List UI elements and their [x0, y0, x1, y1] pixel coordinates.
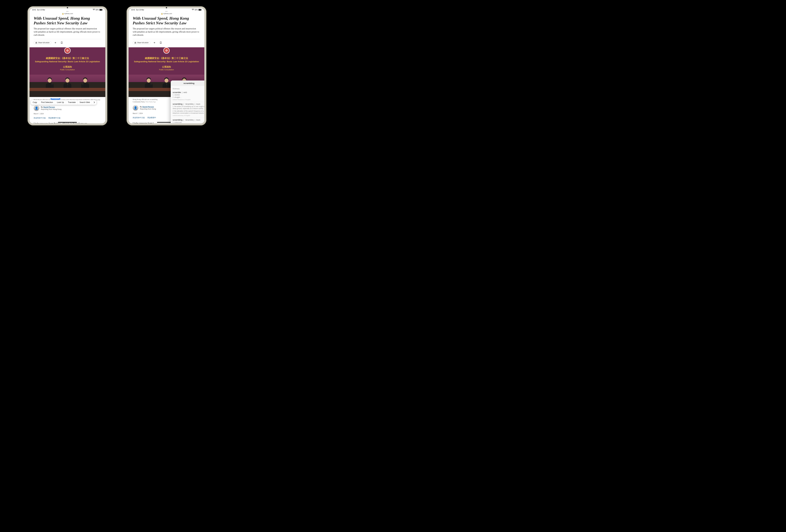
hero-en2: Public Consultation [29, 69, 105, 71]
lookup-entry[interactable]: scrambling | ˈskramblɪŋ | noun 1. the ac… [172, 102, 204, 118]
menu-translate[interactable]: Translate [66, 100, 78, 105]
language-links: 阅读简体中文版 · 閱讀繁體中文版 [33, 117, 101, 119]
menu-look-up[interactable]: Look Up [55, 100, 66, 105]
hero-cn2: 公眾諮詢 [29, 66, 105, 68]
article-actions: Share full article [133, 41, 200, 45]
svg-rect-2 [102, 9, 103, 10]
lookup-section-dictionary: Dictionary [172, 88, 204, 90]
gift-icon [36, 42, 37, 44]
author-link[interactable]: David Pierson [142, 106, 154, 108]
hero-cn1: 維護國家安全:《基本法》第二十三條立法 [129, 57, 204, 60]
screen-left: 10:41 Sun 10 Mar 92% ••• 🔒 nytimes.com W… [29, 8, 105, 123]
hero-cn2: 公眾諮詢 [129, 66, 204, 68]
mic-icon [166, 84, 167, 88]
article-content: With Unusual Speed, Hong Kong Pushes Str… [129, 15, 204, 123]
divider [133, 39, 200, 39]
share-full-article-button[interactable]: Share full article [133, 41, 150, 45]
menu-search-web[interactable]: Search Web [78, 100, 92, 105]
hero-en1: Safeguarding National Security: Basic La… [129, 60, 204, 63]
menu-copy[interactable]: Copy [31, 100, 39, 105]
figure-person [144, 78, 153, 89]
reporting-from: Reporting from Hong [140, 108, 156, 110]
multitask-dots[interactable]: ••• [129, 10, 204, 13]
lookup-popover: scrambling Dictionary scramble | verb 1.… [171, 80, 204, 123]
url-bar[interactable]: 🔒 nytimes.com [129, 13, 204, 15]
article-deck: The proposed law targets political offen… [133, 27, 200, 37]
multitask-dots[interactable]: ••• [29, 10, 105, 13]
hk-emblem-icon: ✿ [163, 47, 170, 54]
front-camera [166, 7, 167, 8]
lang-traditional-link[interactable]: 閱讀繁體中文版 [48, 117, 61, 119]
ipad-right: 10:41 Sun 10 Mar 92% ••• 🔒 nytimes.com W… [126, 6, 207, 125]
home-indicator[interactable] [58, 122, 77, 123]
share-label: Share full article [38, 42, 49, 44]
author-avatar: 👤 [133, 105, 138, 111]
gift-icon [134, 42, 136, 44]
share-label: Share full article [137, 42, 148, 44]
menu-more-arrow[interactable] [92, 100, 96, 105]
lookup-entry[interactable]: scramble | verb 1. clamber 2. struggle… … [172, 90, 204, 102]
article-actions: Share full article [33, 41, 101, 45]
author-link[interactable]: David Pierson [43, 106, 55, 108]
svg-rect-1 [100, 9, 102, 10]
lang-simplified-link[interactable]: 阅读简体中文版 [133, 117, 145, 118]
lock-icon: 🔒 [161, 13, 163, 15]
screen-right: 10:41 Sun 10 Mar 92% ••• 🔒 nytimes.com W… [129, 8, 204, 123]
figure-person [81, 78, 90, 89]
lang-traditional-link[interactable]: 閱讀繁體中 [147, 117, 156, 118]
desk [29, 88, 105, 91]
byline-block: 👤 By David Pierson Reporting from Hong K… [33, 105, 101, 111]
figure-person [45, 78, 54, 89]
share-button[interactable] [153, 41, 157, 45]
article-deck: The proposed law targets political offen… [33, 27, 101, 37]
bookmark-button[interactable] [159, 41, 163, 45]
hero-en1: Safeguarding National Security: Basic La… [29, 60, 105, 63]
article-headline: With Unusual Speed, Hong Kong Pushes Str… [133, 16, 200, 26]
lookup-title: scrambling [171, 80, 204, 86]
lookup-entry[interactable]: scrambling | ˈskramblɪŋ | noun 1. motocr… [172, 118, 204, 123]
text-selection-menu: Copy Find Selection Look Up Translate Se… [31, 100, 96, 105]
mic-icon [83, 84, 83, 88]
lock-icon: 🔒 [62, 13, 64, 15]
photo-credit: Peter Parks/Age [145, 101, 156, 103]
reporting-from: Reporting from Hong Kong [41, 108, 62, 110]
url-host: nytimes.com [163, 13, 172, 15]
share-full-article-button[interactable]: Share full article [33, 41, 51, 45]
url-bar[interactable]: 🔒 nytimes.com [29, 13, 105, 15]
mic-icon [52, 84, 52, 88]
menu-find-selection[interactable]: Find Selection [39, 100, 55, 105]
ipad-left: 10:41 Sun 10 Mar 92% ••• 🔒 nytimes.com W… [27, 6, 108, 125]
svg-rect-5 [199, 9, 201, 10]
share-button[interactable] [53, 41, 57, 45]
svg-rect-6 [202, 9, 202, 10]
mic-icon [151, 84, 151, 88]
mic-icon [67, 84, 68, 88]
article-headline: With Unusual Speed, Hong Kong Pushes Str… [33, 16, 101, 26]
lang-simplified-link[interactable]: 阅读简体中文版 [33, 117, 46, 119]
publish-date: March 7, 2024 [33, 113, 101, 115]
hk-emblem-icon: ✿ [64, 47, 71, 54]
bookmark-button[interactable] [60, 41, 64, 45]
article-content: With Unusual Speed, Hong Kong Pushes Str… [29, 15, 105, 123]
hero-en2: Public Consultation [129, 69, 204, 71]
url-host: nytimes.com [64, 13, 73, 15]
divider [33, 39, 101, 39]
author-avatar: 👤 [33, 105, 39, 111]
hero-cn1: 維護國家安全:《基本法》第二十三條立法 [29, 57, 105, 60]
hero-image: ✿ 維護國家安全:《基本法》第二十三條立法 Safeguarding Natio… [29, 47, 105, 97]
front-camera [67, 7, 68, 8]
